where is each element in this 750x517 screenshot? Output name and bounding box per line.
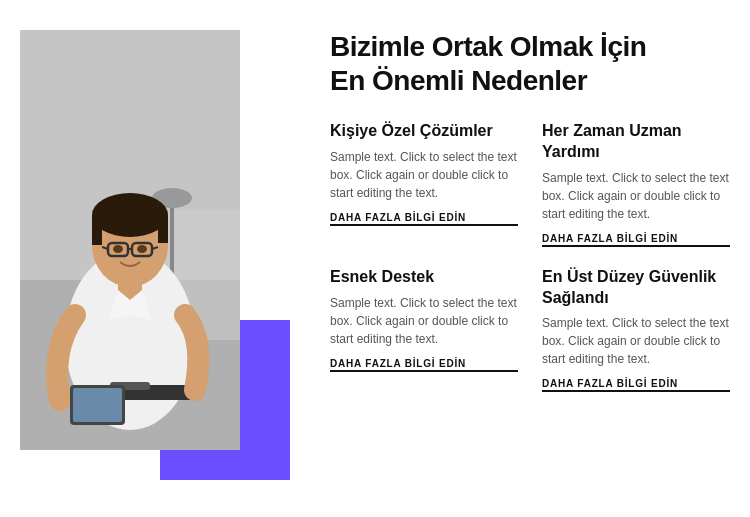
feature-title-4: En Üst Düzey Güvenlik Sağlandı: [542, 267, 730, 309]
left-panel: [20, 30, 300, 487]
feature-item-4: En Üst Düzey Güvenlik Sağlandı Sample te…: [542, 267, 730, 393]
person-illustration: [20, 30, 240, 450]
feature-item-3: Esnek Destek Sample text. Click to selec…: [330, 267, 518, 393]
feature-text-4: Sample text. Click to select the text bo…: [542, 314, 730, 368]
svg-rect-11: [92, 215, 102, 245]
feature-item-1: Kişiye Özel Çözümler Sample text. Click …: [330, 121, 518, 247]
feature-link-3[interactable]: DAHA FAZLA BİLGİ EDİN: [330, 358, 518, 372]
svg-point-19: [137, 245, 147, 253]
svg-rect-21: [73, 388, 122, 422]
main-title: Bizimle Ortak Olmak İçin En Önemli Neden…: [330, 30, 730, 97]
feature-text-1: Sample text. Click to select the text bo…: [330, 148, 518, 202]
feature-title-3: Esnek Destek: [330, 267, 518, 288]
feature-link-2[interactable]: DAHA FAZLA BİLGİ EDİN: [542, 233, 730, 247]
feature-text-3: Sample text. Click to select the text bo…: [330, 294, 518, 348]
right-panel: Bizimle Ortak Olmak İçin En Önemli Neden…: [330, 30, 730, 487]
svg-rect-3: [170, 200, 174, 280]
features-grid: Kişiye Özel Çözümler Sample text. Click …: [330, 121, 730, 392]
feature-title-1: Kişiye Özel Çözümler: [330, 121, 518, 142]
page-container: Bizimle Ortak Olmak İçin En Önemli Neden…: [0, 0, 750, 517]
feature-item-2: Her Zaman Uzman Yardımı Sample text. Cli…: [542, 121, 730, 247]
image-wrapper: [20, 30, 260, 470]
svg-point-10: [92, 193, 168, 237]
feature-link-4[interactable]: DAHA FAZLA BİLGİ EDİN: [542, 378, 730, 392]
svg-point-18: [113, 245, 123, 253]
person-photo: [20, 30, 240, 450]
svg-rect-12: [158, 215, 168, 243]
feature-title-2: Her Zaman Uzman Yardımı: [542, 121, 730, 163]
feature-text-2: Sample text. Click to select the text bo…: [542, 169, 730, 223]
feature-link-1[interactable]: DAHA FAZLA BİLGİ EDİN: [330, 212, 518, 226]
